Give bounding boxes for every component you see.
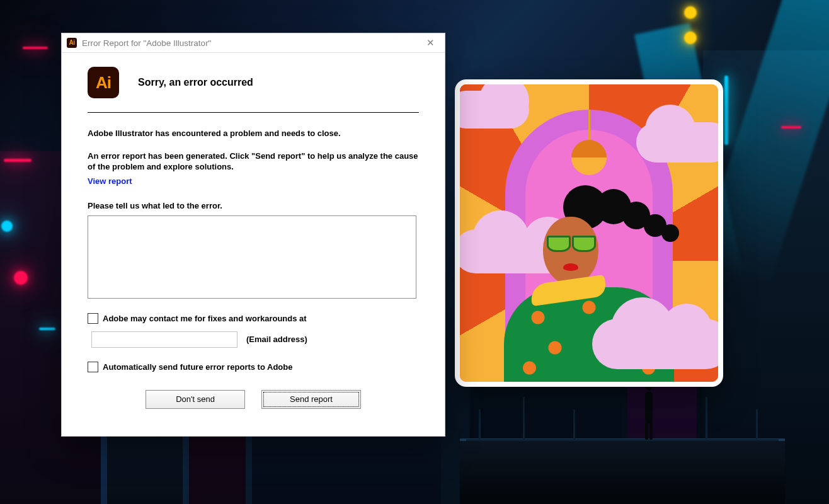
splash-artwork [460, 84, 718, 382]
illustrator-app-icon-large: Ai [88, 67, 119, 98]
bg-neon [684, 6, 697, 19]
send-report-button[interactable]: Send report [261, 390, 361, 409]
artwork-cloud [460, 91, 529, 129]
bg-railing [573, 410, 575, 441]
bg-railing [706, 397, 707, 441]
dialog-heading: Sorry, an error occurred [138, 77, 253, 88]
dont-send-button[interactable]: Don't send [146, 390, 245, 409]
bg-neon [14, 271, 28, 285]
contact-me-label: Adobe may contact me for fixes and worka… [103, 314, 307, 323]
error-message-2: An error report has been generated. Clic… [88, 151, 419, 173]
bg-railing [479, 410, 481, 441]
contact-me-checkbox[interactable] [88, 313, 98, 324]
artwork-cloud [592, 319, 718, 369]
bg-neon [781, 126, 801, 129]
bg-neon [684, 32, 697, 44]
bg-neon [724, 76, 728, 145]
close-button[interactable]: ✕ [416, 33, 445, 52]
email-field[interactable] [91, 331, 237, 348]
desktop-wallpaper: Ai Error Report for "Adobe Illustrator" … [0, 0, 829, 504]
bg-neon [1, 220, 13, 232]
dialog-body: Ai Sorry, an error occurred Adobe Illust… [62, 53, 445, 420]
bg-railing [523, 397, 525, 441]
email-hint: (Email address) [246, 335, 307, 344]
dialog-title: Error Report for "Adobe Illustrator" [82, 38, 211, 48]
bg-neon [39, 328, 55, 330]
close-icon: ✕ [426, 37, 435, 49]
artwork-cloud [636, 122, 718, 163]
error-message-1: Adobe Illustrator has encountered a prob… [88, 128, 419, 139]
describe-label: Please tell us what led to the error. [88, 201, 419, 210]
bg-person-silhouette [636, 378, 661, 441]
bg-railing [756, 410, 758, 441]
auto-send-checkbox[interactable] [88, 362, 98, 372]
view-report-link[interactable]: View report [88, 176, 132, 186]
bg-railing [466, 439, 779, 441]
artwork-lamp [571, 110, 607, 175]
bg-neon [4, 159, 31, 162]
error-report-dialog: Ai Error Report for "Adobe Illustrator" … [61, 33, 445, 437]
artwork-hair [661, 224, 679, 242]
contact-me-row[interactable]: Adobe may contact me for fixes and worka… [88, 313, 419, 324]
dialog-titlebar[interactable]: Ai Error Report for "Adobe Illustrator" … [62, 33, 445, 53]
bg-neon [23, 47, 48, 49]
bg-platform [460, 438, 785, 504]
auto-send-row[interactable]: Automatically send future error reports … [88, 362, 419, 372]
describe-textarea[interactable] [88, 215, 416, 299]
illustrator-app-icon: Ai [67, 38, 77, 48]
auto-send-label: Automatically send future error reports … [103, 362, 292, 372]
illustrator-splash-card [455, 79, 723, 387]
